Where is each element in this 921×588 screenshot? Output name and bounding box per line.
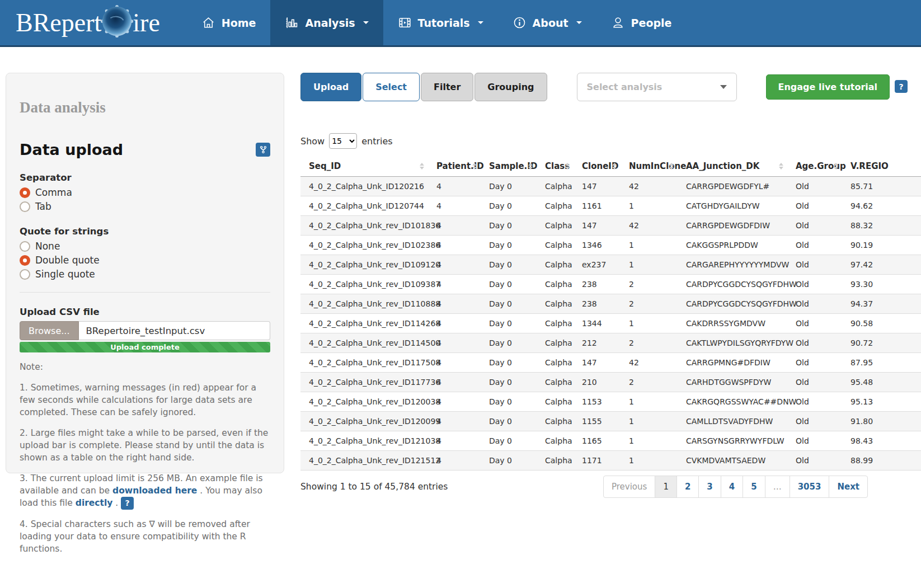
file-name-display[interactable]: BRepertoire_testInput.csv bbox=[79, 321, 270, 340]
note-title: Note: bbox=[20, 361, 270, 373]
table-cell: CARHDTGGWSPFDYW bbox=[678, 373, 787, 392]
step-tabs: UploadSelectFilterGrouping bbox=[300, 73, 548, 101]
downloaded-here-link[interactable]: downloaded here bbox=[112, 486, 197, 496]
table-row: 4_0_2_Calpha_Unk_ID1202164Day 0Calpha147… bbox=[300, 177, 921, 196]
page-length-select[interactable]: 15 bbox=[329, 133, 357, 149]
table-cell: 4_0_2_Calpha_Unk_ID120216 bbox=[300, 177, 428, 196]
browse-button[interactable]: Browse... bbox=[20, 321, 79, 340]
table-cell: 1346 bbox=[574, 236, 621, 255]
fork-badge[interactable] bbox=[256, 143, 270, 157]
table-cell: Old bbox=[787, 294, 842, 314]
column-header-age-group[interactable]: Age.Group bbox=[787, 156, 842, 177]
nav-item-about[interactable]: About bbox=[498, 0, 596, 45]
table-cell: Day 0 bbox=[481, 196, 537, 216]
table-cell: 238 bbox=[574, 275, 621, 294]
table-cell: 98.43 bbox=[842, 431, 921, 451]
table-cell: 1 bbox=[621, 392, 678, 412]
column-header-class[interactable]: Class bbox=[537, 156, 574, 177]
column-header-numinclone[interactable]: NumInClone bbox=[621, 156, 678, 177]
panel-title: Data analysis bbox=[20, 99, 270, 116]
table-cell: Calpha bbox=[537, 431, 574, 451]
brand-logo[interactable]: BRepert ire bbox=[16, 0, 175, 45]
pagination-previous[interactable]: Previous bbox=[603, 476, 655, 498]
table-cell: 1344 bbox=[574, 314, 621, 333]
nav-item-people[interactable]: People bbox=[596, 0, 687, 45]
table-cell: Day 0 bbox=[481, 275, 537, 294]
table-row: 4_0_2_Calpha_Unk_rev_ID1215124Day 0Calph… bbox=[300, 451, 921, 471]
pagination-page-4[interactable]: 4 bbox=[721, 476, 743, 498]
table-cell: 4_0_2_Calpha_Unk_rev_ID120099 bbox=[300, 412, 428, 431]
column-header-aa-junction-dk[interactable]: AA_Junction_DK bbox=[678, 156, 787, 177]
tab-grouping[interactable]: Grouping bbox=[474, 73, 547, 101]
table-row: 4_0_2_Calpha_Unk_rev_ID1018364Day 0Calph… bbox=[300, 216, 921, 236]
pagination-next[interactable]: Next bbox=[829, 476, 868, 498]
sort-icon bbox=[472, 163, 477, 170]
pagination-page-3[interactable]: 3 bbox=[698, 476, 721, 498]
table-cell: 4 bbox=[428, 275, 481, 294]
column-header-cloneid[interactable]: CloneID bbox=[574, 156, 621, 177]
table-cell: 4 bbox=[428, 294, 481, 314]
column-header-patient-id[interactable]: Patient.ID bbox=[428, 156, 481, 177]
table-cell: Day 0 bbox=[481, 431, 537, 451]
column-header-seq-id[interactable]: Seq_ID bbox=[300, 156, 428, 177]
column-label: Seq_ID bbox=[309, 161, 341, 171]
analysis-select[interactable]: Select analysis bbox=[577, 73, 737, 101]
person-icon bbox=[611, 16, 625, 30]
column-header-v-regio[interactable]: V.REGIO bbox=[842, 156, 921, 177]
tutorial-help-badge[interactable]: ? bbox=[895, 80, 908, 93]
radio-label: Single quote bbox=[35, 269, 95, 280]
table-cell: CAKRGQRGSSWYAC##DNW bbox=[678, 392, 787, 412]
pagination-page-1[interactable]: 1 bbox=[655, 476, 677, 498]
table-cell: 85.71 bbox=[842, 177, 921, 196]
sort-icon bbox=[565, 163, 570, 170]
directly-link[interactable]: directly bbox=[76, 498, 113, 508]
table-row: 4_0_2_Calpha_Unk_rev_ID1177364Day 0Calph… bbox=[300, 373, 921, 392]
table-cell: 1155 bbox=[574, 412, 621, 431]
nav-item-tutorials[interactable]: Tutorials bbox=[383, 0, 498, 45]
tab-upload[interactable]: Upload bbox=[300, 73, 361, 101]
table-cell: CARRGPDEWGDFYL# bbox=[678, 177, 787, 196]
table-cell: Calpha bbox=[537, 451, 574, 471]
radio-quote-single-quote[interactable]: Single quote bbox=[20, 269, 270, 280]
tab-filter[interactable]: Filter bbox=[421, 73, 473, 101]
pagination-page-5[interactable]: 5 bbox=[743, 476, 765, 498]
note-help-badge[interactable]: ? bbox=[121, 497, 134, 510]
table-header-row: Seq_IDPatient.IDSample.IDClassCloneIDNum… bbox=[300, 156, 921, 177]
separator-label: Separator bbox=[20, 172, 270, 183]
table-cell: Old bbox=[787, 412, 842, 431]
section-title: Data upload bbox=[20, 141, 123, 158]
file-input: Browse... BRepertoire_testInput.csv bbox=[20, 321, 270, 340]
table-cell: Day 0 bbox=[481, 236, 537, 255]
table-row: 4_0_2_Calpha_Unk_rev_ID1200384Day 0Calph… bbox=[300, 392, 921, 412]
nav-item-label: Home bbox=[222, 17, 256, 29]
table-cell: 88.32 bbox=[842, 216, 921, 236]
table-cell: 2 bbox=[621, 373, 678, 392]
table-cell: 2 bbox=[621, 333, 678, 353]
radio-label: Double quote bbox=[35, 255, 100, 266]
table-cell: 4_0_2_Calpha_Unk_rev_ID101836 bbox=[300, 216, 428, 236]
table-row: 4_0_2_Calpha_Unk_rev_ID1175084Day 0Calph… bbox=[300, 353, 921, 373]
radio-separator-comma[interactable]: Comma bbox=[20, 187, 270, 198]
radio-quote-double-quote[interactable]: Double quote bbox=[20, 255, 270, 266]
nav-item-home[interactable]: Home bbox=[187, 0, 271, 45]
table-cell: 212 bbox=[574, 333, 621, 353]
engage-tutorial-button[interactable]: Engage live tutorial bbox=[766, 74, 890, 100]
table-cell: 42 bbox=[621, 353, 678, 373]
pagination-page-3053[interactable]: 3053 bbox=[790, 476, 830, 498]
table-cell: Old bbox=[787, 431, 842, 451]
entries-label: entries bbox=[361, 136, 392, 147]
table-cell: 4 bbox=[428, 451, 481, 471]
quote-label: Quote for strings bbox=[20, 226, 270, 237]
divider bbox=[20, 292, 270, 293]
column-header-sample-id[interactable]: Sample.ID bbox=[481, 156, 537, 177]
table-cell: 4_0_2_Calpha_Unk_rev_ID117508 bbox=[300, 353, 428, 373]
nav-item-label: Analysis bbox=[305, 17, 355, 29]
column-label: Age.Group bbox=[796, 161, 846, 171]
page-length-control: Show 15 entries bbox=[300, 133, 921, 149]
nav-item-analysis[interactable]: Analysis bbox=[270, 0, 383, 45]
radio-separator-tab[interactable]: Tab bbox=[20, 201, 270, 212]
radio-quote-none[interactable]: None bbox=[20, 241, 270, 252]
tab-select[interactable]: Select bbox=[363, 73, 420, 101]
pagination-page-2[interactable]: 2 bbox=[676, 476, 699, 498]
table-cell: Calpha bbox=[537, 196, 574, 216]
